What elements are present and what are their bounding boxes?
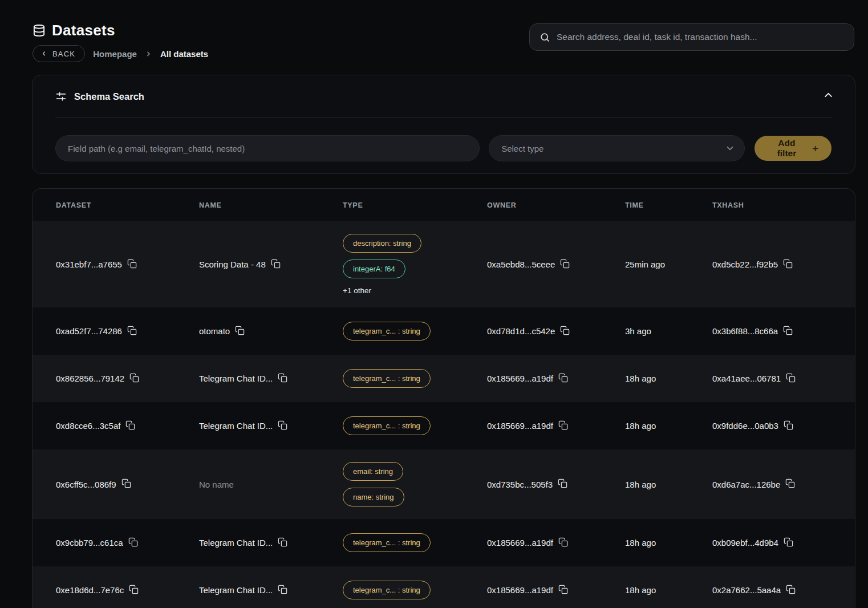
copy-icon[interactable] bbox=[129, 585, 139, 594]
table-row[interactable]: 0xe18d6d...7e76cTelegram Chat ID...teleg… bbox=[33, 566, 855, 608]
txhash-id: 0x9fdd6e...0a0b3 bbox=[712, 421, 778, 431]
filters-row: Select type Add filter + bbox=[55, 135, 832, 161]
type-badge: description: string bbox=[343, 234, 421, 253]
time-cell: 18h ago bbox=[625, 538, 712, 548]
dataset-name: Scoring Data - 48 bbox=[199, 260, 266, 269]
type-badge: email: string bbox=[343, 462, 403, 481]
copy-icon[interactable] bbox=[125, 420, 135, 430]
owner-id: 0x185669...a19df bbox=[487, 585, 553, 595]
breadcrumb-homepage[interactable]: Homepage bbox=[93, 49, 137, 59]
type-badge: telegram_c... : string bbox=[343, 416, 431, 435]
type-cell: telegram_c... : string bbox=[343, 404, 487, 448]
page-title-row: Datasets bbox=[33, 22, 115, 39]
type-select[interactable]: Select type bbox=[489, 135, 745, 161]
datasets-page: Datasets BACK Homepage All datasets bbox=[0, 0, 868, 608]
copy-icon[interactable] bbox=[783, 259, 793, 269]
back-button[interactable]: BACK bbox=[33, 45, 85, 62]
owner-cell: 0x185669...a19df bbox=[487, 421, 625, 431]
dataset-cell: 0xe18d6d...7e76c bbox=[56, 585, 199, 595]
copy-icon[interactable] bbox=[278, 585, 287, 594]
copy-icon[interactable] bbox=[560, 326, 570, 335]
collapse-panel-button[interactable] bbox=[822, 89, 834, 101]
owner-cell: 0x185669...a19df bbox=[487, 585, 625, 595]
dataset-name: Telegram Chat ID... bbox=[199, 421, 273, 431]
column-dataset: DATASET bbox=[56, 201, 199, 209]
add-filter-button[interactable]: Add filter + bbox=[755, 136, 832, 161]
txhash-id: 0xa41aee...06781 bbox=[712, 374, 781, 383]
copy-icon[interactable] bbox=[560, 259, 570, 269]
owner-cell: 0xd78d1d...c542e bbox=[487, 326, 625, 336]
type-cell: email: stringname: string bbox=[343, 449, 487, 519]
time-value: 18h ago bbox=[625, 374, 656, 383]
table-row[interactable]: 0x6cff5c...086f9No nameemail: stringname… bbox=[33, 449, 855, 519]
txhash-cell: 0xa41aee...06781 bbox=[712, 374, 855, 383]
plus-icon: + bbox=[812, 143, 818, 154]
global-search-input[interactable] bbox=[557, 32, 844, 42]
txhash-cell: 0xb09ebf...4d9b4 bbox=[712, 538, 855, 548]
dataset-id: 0x31ebf7...a7655 bbox=[56, 260, 122, 269]
copy-icon[interactable] bbox=[129, 373, 139, 383]
time-value: 18h ago bbox=[625, 480, 656, 489]
chevron-right-icon bbox=[145, 50, 152, 58]
txhash-id: 0xd5cb22...f92b5 bbox=[712, 260, 778, 269]
dataset-cell: 0x9cbb79...c61ca bbox=[56, 538, 199, 548]
table-row[interactable]: 0xad52f7...74286otomatotelegram_c... : s… bbox=[33, 307, 855, 355]
copy-icon[interactable] bbox=[278, 537, 287, 547]
extra-types-label: +1 other bbox=[343, 286, 371, 295]
type-cell: telegram_c... : string bbox=[343, 309, 487, 353]
table-row[interactable]: 0x862856...79142Telegram Chat ID...teleg… bbox=[33, 355, 855, 402]
dataset-id: 0x862856...79142 bbox=[56, 374, 124, 383]
table-row[interactable]: 0xd8cce6...3c5afTelegram Chat ID...teleg… bbox=[33, 402, 855, 449]
copy-icon[interactable] bbox=[271, 259, 281, 269]
type-badge: telegram_c... : string bbox=[343, 533, 431, 552]
time-cell: 18h ago bbox=[625, 374, 712, 383]
column-time: TIME bbox=[625, 201, 712, 209]
filters-icon bbox=[55, 91, 67, 102]
copy-icon[interactable] bbox=[278, 420, 287, 430]
dataset-cell: 0xad52f7...74286 bbox=[56, 326, 199, 336]
copy-icon[interactable] bbox=[786, 373, 796, 383]
txhash-cell: 0x2a7662...5aa4a bbox=[712, 585, 855, 595]
copy-icon[interactable] bbox=[558, 373, 568, 383]
copy-icon[interactable] bbox=[558, 420, 568, 430]
name-cell: Scoring Data - 48 bbox=[199, 260, 343, 269]
chevron-left-icon bbox=[40, 50, 47, 57]
time-value: 18h ago bbox=[625, 421, 656, 431]
copy-icon[interactable] bbox=[784, 537, 793, 547]
time-cell: 18h ago bbox=[625, 585, 712, 595]
copy-icon[interactable] bbox=[785, 479, 795, 488]
copy-icon[interactable] bbox=[784, 420, 793, 430]
table-row[interactable]: 0x31ebf7...a7655Scoring Data - 48descrip… bbox=[33, 221, 855, 307]
type-badge: telegram_c... : string bbox=[343, 369, 431, 388]
copy-icon[interactable] bbox=[558, 537, 568, 547]
copy-icon[interactable] bbox=[127, 326, 137, 335]
type-cell: telegram_c... : string bbox=[343, 356, 487, 400]
dataset-name: otomato bbox=[199, 326, 230, 336]
copy-icon[interactable] bbox=[783, 326, 793, 335]
owner-cell: 0xd735bc...505f3 bbox=[487, 480, 625, 489]
copy-icon[interactable] bbox=[278, 373, 287, 383]
copy-icon[interactable] bbox=[127, 259, 137, 269]
page-title: Datasets bbox=[52, 22, 115, 39]
copy-icon[interactable] bbox=[235, 326, 245, 335]
table-row[interactable]: 0x9cbb79...c61caTelegram Chat ID...teleg… bbox=[33, 519, 855, 566]
time-value: 18h ago bbox=[625, 585, 656, 595]
name-cell: otomato bbox=[199, 326, 343, 336]
copy-icon[interactable] bbox=[128, 537, 138, 547]
copy-icon[interactable] bbox=[786, 585, 796, 594]
field-path-input[interactable] bbox=[55, 135, 480, 161]
txhash-cell: 0x9fdd6e...0a0b3 bbox=[712, 421, 855, 431]
copy-icon[interactable] bbox=[558, 585, 568, 594]
type-select-value: Select type bbox=[501, 144, 543, 153]
owner-id: 0xd735bc...505f3 bbox=[487, 480, 553, 489]
copy-icon[interactable] bbox=[121, 479, 131, 488]
chevron-down-icon bbox=[725, 143, 735, 153]
type-cell: telegram_c... : string bbox=[343, 568, 487, 608]
copy-icon[interactable] bbox=[558, 479, 567, 488]
owner-id: 0xa5ebd8...5ceee bbox=[487, 260, 555, 269]
time-cell: 3h ago bbox=[625, 326, 712, 336]
dataset-cell: 0xd8cce6...3c5af bbox=[56, 421, 199, 431]
dataset-name: Telegram Chat ID... bbox=[199, 374, 273, 383]
dataset-id: 0xe18d6d...7e76c bbox=[56, 585, 124, 595]
dataset-id: 0xd8cce6...3c5af bbox=[56, 421, 120, 431]
